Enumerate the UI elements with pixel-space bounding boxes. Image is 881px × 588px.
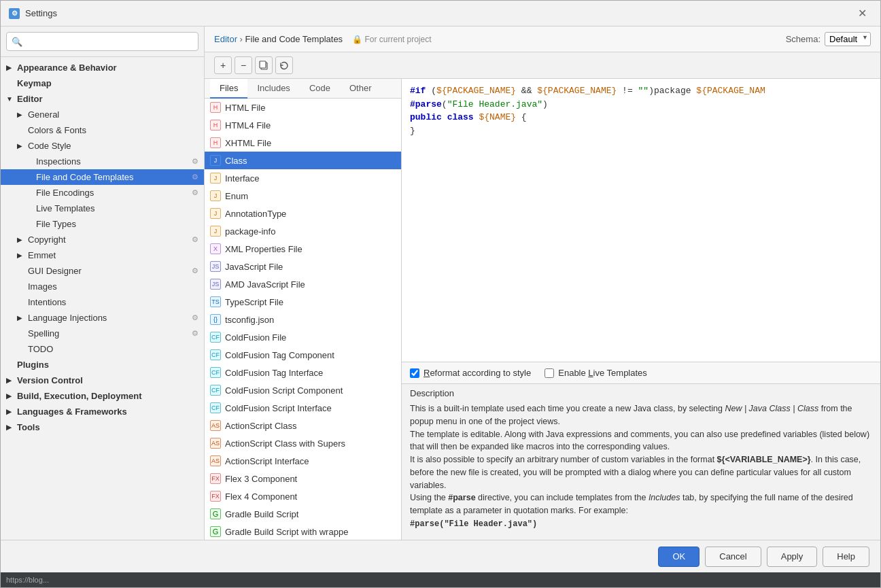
sidebar-item-file-code-templates[interactable]: ▶File and Code Templates⚙ [1,169,204,185]
cancel-button[interactable]: Cancel [705,547,761,567]
close-button[interactable]: ✕ [852,4,872,22]
template-item-interface[interactable]: J Interface [205,169,401,187]
schema-select-wrap: Default Project [825,32,871,46]
template-item-coldfusion-tag-component[interactable]: CF ColdFusion Tag Component [205,346,401,364]
template-item-enum[interactable]: J Enum [205,187,401,205]
search-input[interactable] [6,32,198,51]
reset-template-button[interactable] [275,56,293,74]
code-line-3: public class ${NAME} { [410,111,872,124]
code-line-4: } [410,124,872,138]
annotation-type-icon: J [210,208,221,219]
template-item-javascript-file[interactable]: JS JavaScript File [205,258,401,275]
code-editor[interactable]: #if (${PACKAGE_NAME} && ${PACKAGE_NAME} … [402,79,880,362]
sidebar-item-gui-designer[interactable]: ▶GUI Designer⚙ [1,263,204,279]
sidebar-item-copyright[interactable]: ▶Copyright⚙ [1,232,204,247]
breadcrumb-bar: Editor › File and Code Templates 🔒 For c… [205,27,880,52]
template-item-html-file[interactable]: H HTML File [205,99,401,116]
sidebar-item-emmet[interactable]: ▶Emmet [1,247,204,263]
sidebar-item-file-types[interactable]: ▶File Types [1,216,204,232]
sidebar-item-images[interactable]: ▶Images [1,279,204,294]
status-bar: https://blog... [1,572,880,587]
template-list-pane: Files Includes Code Other H HTML File H … [205,79,402,540]
template-item-flex4-component[interactable]: FX Flex 4 Component [205,487,401,505]
template-item-actionscript-class[interactable]: AS ActionScript Class [205,417,401,434]
sidebar-item-plugins[interactable]: ▶Plugins [1,357,204,373]
template-item-coldfusion-file[interactable]: CF ColdFusion File [205,328,401,346]
sidebar-item-general[interactable]: ▶General [1,107,204,122]
template-item-tsconfig[interactable]: {} tsconfig.json [205,311,401,328]
app-icon: ⚙ [9,8,20,19]
live-templates-checkbox[interactable] [545,368,554,378]
sidebar-item-languages-frameworks[interactable]: ▶Languages & Frameworks [1,404,204,419]
help-button[interactable]: Help [823,547,869,567]
sidebar-item-editor[interactable]: ▼Editor [1,91,204,107]
template-item-gradle-build-wrapper[interactable]: G Gradle Build Script with wrappe [205,523,401,540]
search-box: 🔍 [1,27,204,57]
template-item-actionscript-interface[interactable]: AS ActionScript Interface [205,452,401,470]
tab-other[interactable]: Other [340,79,381,99]
template-item-html4-file[interactable]: H HTML4 File [205,116,401,134]
sidebar-item-colors-fonts[interactable]: ▶Colors & Fonts [1,122,204,138]
sidebar-item-appearance[interactable]: ▶Appearance & Behavior [1,60,204,75]
breadcrumb-editor[interactable]: Editor [214,34,237,44]
template-item-xml-properties[interactable]: X XML Properties File [205,240,401,258]
template-item-package-info[interactable]: J package-info [205,222,401,240]
sidebar-item-file-encodings[interactable]: ▶File Encodings⚙ [1,185,204,201]
code-line-2: #parse("File Header.java") [410,98,872,111]
sidebar-item-version-control[interactable]: ▶Version Control [1,373,204,388]
template-item-class[interactable]: J Class [205,152,401,169]
breadcrumb-current: File and Code Templates [245,34,343,44]
tab-includes[interactable]: Includes [247,79,299,99]
reformat-checkbox[interactable] [410,368,419,378]
template-item-actionscript-class-supers[interactable]: AS ActionScript Class with Supers [205,434,401,452]
template-item-amd-javascript[interactable]: JS AMD JavaScript File [205,275,401,293]
sidebar-item-spelling[interactable]: ▶Spelling⚙ [1,326,204,341]
gradle-build-wrapper-icon: G [210,526,221,537]
copy-template-button[interactable] [255,56,273,74]
remove-template-button[interactable]: − [235,56,252,74]
live-templates-checkbox-wrap[interactable]: Enable Live Templates [545,368,647,378]
tab-files[interactable]: Files [210,79,247,99]
template-item-xhtml-file[interactable]: H XHTML File [205,134,401,152]
ok-button[interactable]: OK [658,547,699,567]
sidebar-item-inspections[interactable]: ▶Inspections⚙ [1,154,204,169]
template-item-coldfusion-tag-interface[interactable]: CF ColdFusion Tag Interface [205,364,401,381]
xhtml-file-icon: H [210,137,221,148]
schema-area: Schema: Default Project [786,32,871,46]
flex4-component-icon: FX [210,491,221,502]
template-list: H HTML File H HTML4 File H XHTML File [205,99,401,540]
typescript-file-icon: TS [210,296,221,307]
template-item-coldfusion-script-interface[interactable]: CF ColdFusion Script Interface [205,399,401,417]
sidebar-item-language-injections[interactable]: ▶Language Injections⚙ [1,310,204,326]
coldfusion-tag-component-icon: CF [210,349,221,360]
live-templates-label: Enable Live Templates [558,368,647,378]
apply-button[interactable]: Apply [767,547,818,567]
xml-properties-icon: X [210,243,221,254]
split-area: Files Includes Code Other H HTML File H … [205,78,880,540]
coldfusion-file-icon: CF [210,332,221,343]
add-template-button[interactable]: + [214,56,232,74]
sidebar: 🔍 ▶Appearance & Behavior ▶Keymap ▼Editor… [1,27,205,540]
actionscript-interface-icon: AS [210,455,221,466]
template-item-gradle-build-script[interactable]: G Gradle Build Script [205,505,401,523]
sidebar-item-live-templates[interactable]: ▶Live Templates [1,201,204,216]
sidebar-item-intentions[interactable]: ▶Intentions [1,294,204,310]
sidebar-item-tools[interactable]: ▶Tools [1,419,204,435]
reformat-checkbox-wrap[interactable]: Reformat according to style [410,368,531,378]
class-icon: J [210,155,221,166]
sidebar-item-keymap[interactable]: ▶Keymap [1,75,204,91]
template-item-flex3-component[interactable]: FX Flex 3 Component [205,470,401,487]
interface-icon: J [210,173,221,184]
template-item-typescript-file[interactable]: TS TypeScript File [205,293,401,311]
tsconfig-icon: {} [210,314,221,325]
template-item-coldfusion-script-component[interactable]: CF ColdFusion Script Component [205,381,401,399]
sidebar-item-build-exec-deploy[interactable]: ▶Build, Execution, Deployment [1,388,204,404]
tab-code[interactable]: Code [300,79,340,99]
template-item-annotation-type[interactable]: J AnnotationType [205,205,401,222]
sidebar-item-todo[interactable]: ▶TODO [1,341,204,357]
flex3-component-icon: FX [210,473,221,484]
schema-select[interactable]: Default Project [825,32,871,46]
editor-pane: #if (${PACKAGE_NAME} && ${PACKAGE_NAME} … [402,79,880,540]
description-label: Description [402,384,880,400]
sidebar-item-code-style[interactable]: ▶Code Style [1,138,204,154]
